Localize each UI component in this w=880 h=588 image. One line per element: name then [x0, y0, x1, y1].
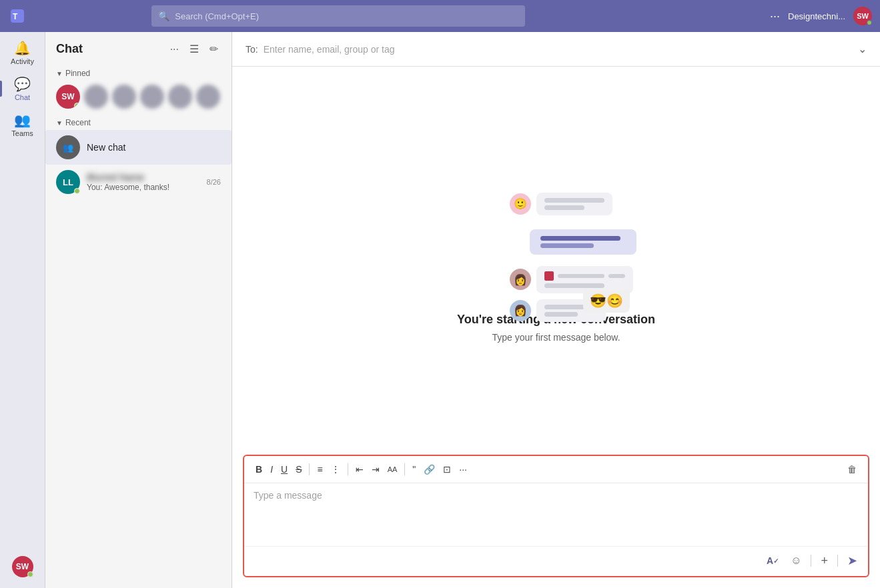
footer-sep-2	[837, 555, 838, 567]
ll-preview: You: Awesome, thanks!	[87, 183, 200, 192]
pinned-sw-online-dot	[74, 103, 80, 109]
topbar: T 🔍 ··· Designtechni... SW	[0, 0, 880, 32]
more-options-button[interactable]: ···	[770, 9, 780, 23]
nav-avatar-online-dot	[27, 571, 33, 577]
topbar-right: ··· Designtechni... SW	[770, 7, 872, 25]
conversation-subtitle: Type your first message below.	[492, 332, 620, 343]
pinned-contact-4[interactable]	[140, 85, 164, 109]
pinned-contact-sw[interactable]: SW	[56, 85, 80, 109]
increase-indent-button[interactable]: ⇥	[368, 461, 383, 477]
recent-section-label[interactable]: ▼ Recent	[45, 115, 232, 130]
pinned-label: Pinned	[65, 69, 90, 78]
search-bar[interactable]: 🔍	[151, 5, 525, 27]
pinned-contact-2[interactable]	[84, 85, 108, 109]
pinned-section-label[interactable]: ▼ Pinned	[45, 66, 232, 81]
pinned-contact-6[interactable]	[196, 85, 220, 109]
sidebar-title: Chat	[56, 42, 162, 56]
ll-online-dot	[74, 188, 80, 194]
main-content: To: ⌄ 🙂	[232, 32, 880, 588]
strikethrough-button[interactable]: S	[292, 461, 305, 477]
toolbar-sep-1	[309, 463, 310, 475]
new-chat-name: New chat	[87, 142, 221, 153]
chat-icon: 💬	[14, 76, 31, 92]
sidebar-new-chat-button[interactable]: ✏	[207, 40, 221, 58]
bold-button[interactable]: B	[252, 461, 266, 477]
sidebar-filter-button[interactable]: ☰	[187, 40, 201, 58]
emoji-button[interactable]: ☺	[788, 552, 804, 569]
conversation-illustration: 🙂 👩	[476, 179, 636, 313]
sidebar-more-button[interactable]: ···	[167, 41, 181, 58]
to-label: To:	[246, 44, 258, 55]
nav-chat-label: Chat	[15, 93, 30, 101]
teams-icon: 👥	[14, 112, 31, 128]
new-chat-info: New chat	[87, 142, 221, 153]
compose-footer: A✓ ☺ + ➤	[244, 546, 868, 576]
nav-item-user-avatar[interactable]: SW	[9, 551, 36, 583]
sidebar-header: Chat ··· ☰ ✏	[45, 32, 232, 66]
nav-avatar: SW	[12, 556, 33, 577]
conversation-area: 🙂 👩	[232, 67, 880, 455]
compose-toolbar: B I U S ≡ ⋮ ⇤ ⇥ AA " 🔗 ⊡ ··· 🗑	[244, 456, 868, 483]
recent-label: Recent	[65, 118, 91, 127]
chat-list-item-ll[interactable]: LL Blurred Name You: Awesome, thanks! 8/…	[45, 165, 232, 199]
sidebar-actions: ··· ☰ ✏	[167, 40, 221, 58]
nav-item-activity[interactable]: 🔔 Activity	[0, 35, 45, 71]
to-input[interactable]	[264, 44, 853, 55]
numbered-list-button[interactable]: ⋮	[328, 461, 344, 477]
activity-icon: 🔔	[14, 40, 31, 56]
nav-activity-label: Activity	[11, 57, 34, 65]
new-chat-avatar: 👥	[56, 135, 80, 159]
nav-item-teams[interactable]: 👥 Teams	[0, 107, 45, 143]
search-input[interactable]	[175, 11, 518, 21]
svg-text:T: T	[13, 12, 18, 21]
pinned-contact-5[interactable]	[168, 85, 192, 109]
italic-button[interactable]: I	[267, 461, 276, 477]
username-label: Designtechni...	[788, 11, 845, 21]
bullet-list-button[interactable]: ≡	[314, 461, 326, 477]
user-avatar[interactable]: SW	[853, 7, 872, 25]
app-logo: T	[8, 7, 27, 25]
toolbar-sep-2	[348, 463, 348, 475]
pinned-contact-3[interactable]	[112, 85, 136, 109]
attach-button[interactable]: +	[818, 551, 831, 571]
footer-sep	[811, 555, 811, 567]
left-nav: 🔔 Activity 💬 Chat 👥 Teams SW	[0, 32, 45, 588]
to-chevron-icon[interactable]: ⌄	[858, 43, 867, 55]
image-button[interactable]: ⊡	[440, 461, 454, 477]
online-status-dot	[867, 20, 872, 25]
compose-input-area[interactable]	[244, 483, 868, 546]
send-button[interactable]: ➤	[845, 551, 860, 571]
message-input[interactable]	[254, 490, 859, 537]
pinned-chevron: ▼	[56, 70, 63, 77]
ll-chat-info: Blurred Name You: Awesome, thanks!	[87, 172, 200, 192]
ll-date: 8/26	[207, 178, 221, 186]
delete-button[interactable]: 🗑	[844, 461, 860, 477]
chat-sidebar: Chat ··· ☰ ✏ ▼ Pinned SW	[45, 32, 232, 588]
chat-list-item-new-chat[interactable]: 👥 New chat	[45, 130, 232, 165]
font-size-button[interactable]: AA	[384, 463, 401, 476]
ll-initials: LL	[63, 177, 73, 187]
recent-chevron: ▼	[56, 119, 63, 127]
search-icon: 🔍	[158, 11, 169, 21]
decrease-indent-button[interactable]: ⇤	[352, 461, 367, 477]
pinned-avatars-row: SW	[45, 81, 232, 115]
to-header: To: ⌄	[232, 32, 880, 67]
more-formatting-button[interactable]: ···	[456, 461, 470, 477]
link-button[interactable]: 🔗	[420, 461, 438, 477]
toolbar-sep-3	[404, 463, 405, 475]
quote-button[interactable]: "	[409, 461, 419, 477]
underline-button[interactable]: U	[278, 461, 291, 477]
main-layout: 🔔 Activity 💬 Chat 👥 Teams SW Chat ···	[0, 32, 880, 588]
nav-teams-label: Teams	[11, 129, 33, 137]
compose-box: B I U S ≡ ⋮ ⇤ ⇥ AA " 🔗 ⊡ ··· 🗑	[243, 455, 869, 577]
compose-area: B I U S ≡ ⋮ ⇤ ⇥ AA " 🔗 ⊡ ··· 🗑	[232, 455, 880, 588]
nav-item-chat[interactable]: 💬 Chat	[0, 71, 45, 107]
ll-chat-avatar: LL	[56, 170, 80, 194]
format-text-button[interactable]: A✓	[764, 553, 781, 569]
